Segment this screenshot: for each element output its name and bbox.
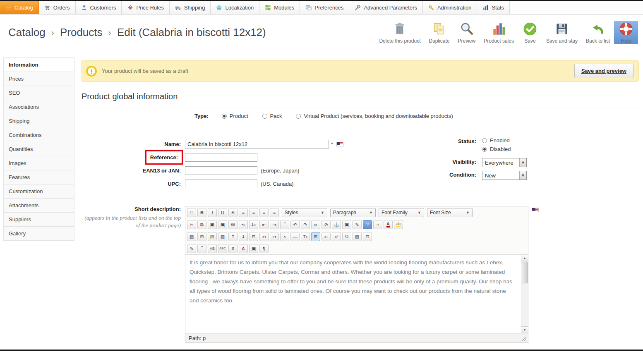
sidebar-item-shipping[interactable]: Shipping [3, 114, 74, 128]
nav-tab-catalog[interactable]: Catalog [0, 1, 39, 14]
delete-product-button[interactable]: Delete this product [375, 21, 425, 44]
insert-column-after-button[interactable]: ↦ [270, 232, 279, 241]
nav-tab-preferences[interactable]: Preferences [300, 1, 349, 14]
sidebar-item-combinations[interactable]: Combinations [3, 128, 74, 142]
deleted-text-button[interactable]: ✗ [228, 244, 238, 253]
align-left-button[interactable]: ≡ [239, 208, 248, 217]
table-row-properties-button[interactable]: ▤ [208, 232, 217, 241]
save-button[interactable]: Save [518, 21, 542, 44]
status-option-disabled[interactable]: Disabled [482, 146, 511, 152]
scroll-down-button[interactable]: ▼ [521, 326, 528, 333]
anchor-button[interactable]: ⚓ [332, 220, 341, 229]
html-source-button[interactable]: ‹› [373, 220, 382, 229]
indent-button[interactable]: ⇥ [270, 220, 279, 229]
table-cell-properties-button[interactable]: ▥ [218, 232, 227, 241]
visibility-select[interactable]: Everywhere ▼ [482, 158, 527, 167]
horizontal-rule-button[interactable]: — [290, 232, 300, 241]
format-select[interactable]: Paragraph ▼ [330, 208, 376, 217]
insert-column-before-button[interactable]: ↤ [259, 232, 269, 241]
upc-input[interactable] [185, 180, 257, 188]
editor-resize-handle[interactable] [521, 335, 526, 341]
preview-button[interactable]: Preview [454, 21, 480, 44]
sidebar-item-quantities[interactable]: Quantities [3, 142, 74, 156]
nav-tab-modules[interactable]: Modules [259, 1, 300, 14]
nav-tab-stats[interactable]: Stats [477, 1, 510, 14]
sidebar-item-suppliers[interactable]: Suppliers [3, 213, 74, 227]
sidebar-item-gallery[interactable]: Gallery [3, 227, 74, 241]
special-character-button[interactable]: Ω [342, 232, 351, 241]
nav-tab-advanced-parameters[interactable]: Advanced Parameters [349, 1, 423, 14]
insert-link-button[interactable]: ∞ [311, 220, 320, 229]
image-map-button[interactable]: ▣ [249, 244, 258, 253]
bold-button[interactable]: B [197, 208, 206, 217]
sidebar-item-seo[interactable]: SEO [3, 86, 74, 100]
cut-button[interactable]: ✂ [187, 220, 196, 229]
underline-button[interactable]: U [218, 208, 227, 217]
sidebar-item-attachments[interactable]: Attachments [3, 199, 74, 213]
ean-input[interactable] [185, 166, 257, 175]
edit-css-button[interactable]: ✎ [187, 244, 196, 253]
align-right-button[interactable]: ≡ [259, 208, 269, 217]
language-flag-icon[interactable] [532, 208, 539, 212]
insert-row-before-button[interactable]: ↥ [228, 232, 238, 241]
background-color-button[interactable]: ab [394, 220, 403, 229]
strikethrough-button[interactable]: S [228, 208, 238, 217]
type-radio-product[interactable] [222, 114, 227, 119]
type-option-pack[interactable]: Pack [262, 113, 282, 119]
toggle-guidelines-button[interactable]: ⊞ [311, 232, 320, 241]
delete-column-button[interactable]: × [280, 232, 289, 241]
name-input[interactable] [185, 140, 329, 148]
nav-tab-orders[interactable]: Orders [39, 1, 76, 14]
nav-tab-administration[interactable]: Administration [423, 1, 477, 14]
sidebar-item-information[interactable]: Information [3, 58, 74, 72]
remove-link-button[interactable]: ⊘ [322, 220, 331, 229]
sidebar-item-images[interactable]: Images [3, 156, 74, 170]
type-radio-virtual-product-services-booking-and-downloadable-products[interactable] [296, 114, 301, 119]
reference-input[interactable] [185, 153, 257, 162]
language-flag-icon[interactable] [336, 142, 343, 146]
inserted-text-button[interactable]: A [239, 244, 248, 253]
redo-button[interactable]: ↷ [301, 220, 310, 229]
duplicate-button[interactable]: Duplicate [425, 21, 453, 44]
type-option-product[interactable]: Product [222, 113, 248, 119]
visual-characters-button[interactable]: ¶ [259, 244, 269, 253]
delete-row-button[interactable]: ⊟ [249, 232, 258, 241]
scrollbar-thumb[interactable] [522, 262, 528, 283]
sidebar-item-customization[interactable]: Customization [3, 184, 74, 199]
save-and-preview-button[interactable]: Save and preview [574, 64, 633, 78]
save-and-stay-button[interactable]: Save and stay [542, 21, 582, 44]
align-justify-button[interactable]: ≡ [270, 208, 279, 217]
blockquote-button[interactable]: “ [280, 220, 289, 229]
citation-button[interactable]: ” [197, 244, 206, 253]
unordered-list-button[interactable]: •≡ [239, 220, 248, 229]
breadcrumb-products[interactable]: Products [60, 26, 103, 39]
copy-button[interactable]: ⧉ [197, 220, 206, 229]
paste-button[interactable]: ▣ [208, 220, 217, 229]
nav-tab-shipping[interactable]: Shipping [170, 1, 211, 14]
nav-tab-localization[interactable]: Localization [211, 1, 259, 14]
cleanup-button[interactable]: ✎ [353, 220, 362, 229]
align-center-button[interactable]: ≡ [249, 208, 258, 217]
condition-select[interactable]: New ▼ [482, 171, 527, 180]
ordered-list-button[interactable]: 1≡ [249, 220, 258, 229]
sidebar-item-prices[interactable]: Prices [3, 72, 74, 86]
edit-image-button[interactable]: ▧ [187, 232, 196, 241]
status-radio-disabled[interactable] [482, 147, 487, 152]
insert-media-button[interactable]: ▨ [353, 232, 362, 241]
outdent-button[interactable]: ⇤ [259, 220, 269, 229]
superscript-button[interactable]: x² [332, 232, 341, 241]
remove-formatting-button[interactable]: Tx [301, 232, 310, 241]
sidebar-item-features[interactable]: Features [3, 170, 74, 184]
type-option-virtual-product-services-booking-and-downloadable-products[interactable]: Virtual Product (services, booking and d… [296, 113, 453, 119]
nav-tab-customers[interactable]: Customers [76, 1, 122, 14]
font-size-select[interactable]: Font Size ▼ [427, 208, 473, 217]
insert-image-button[interactable]: ▣ [342, 220, 351, 229]
status-option-enabled[interactable]: Enabled [482, 137, 511, 144]
acronym-button[interactable]: ABC [218, 244, 227, 253]
attributes-button[interactable]: ⊡ [363, 232, 372, 241]
help-button[interactable]: ? [363, 220, 372, 229]
status-radio-enabled[interactable] [482, 138, 487, 143]
text-color-button[interactable]: A [384, 220, 393, 229]
back-to-list-button[interactable]: Back to list [582, 21, 614, 44]
styles-select[interactable]: Styles ▼ [282, 208, 327, 217]
